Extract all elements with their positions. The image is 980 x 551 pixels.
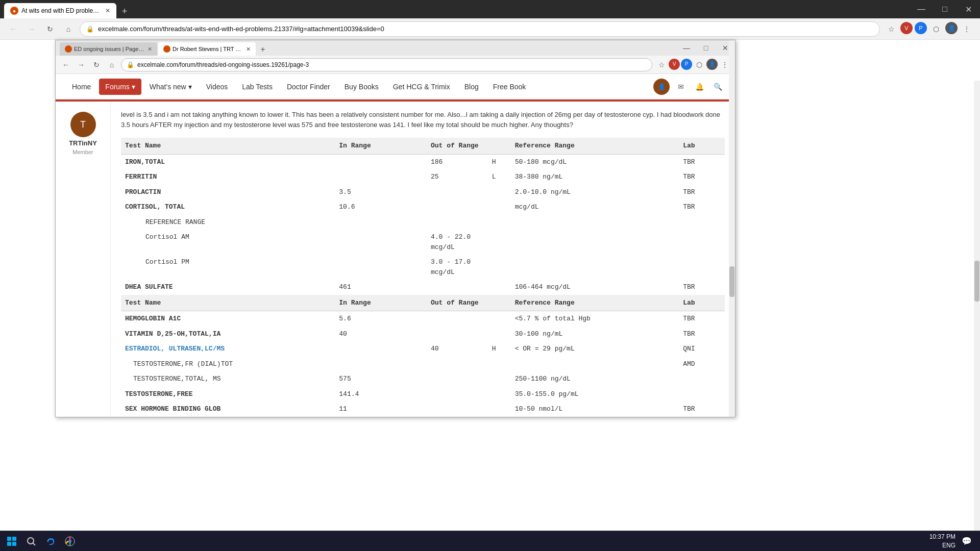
edge-taskbar-btn[interactable] (43, 534, 58, 549)
start-btn[interactable] (4, 534, 19, 549)
cell-in-range: 10.6 (335, 199, 427, 215)
inner-refresh-btn[interactable]: ↻ (90, 59, 103, 71)
maximize-btn[interactable]: □ (933, 0, 957, 18)
cell-out-range: 3.0 - 17.0 mcg/dL (427, 255, 488, 280)
new-tab-btn[interactable]: + (117, 4, 132, 18)
cell-out-range (427, 387, 488, 402)
inner-ext-3[interactable]: ⬡ (693, 59, 705, 71)
cell-test-name: IRON,TOTAL (121, 154, 335, 169)
nav-whats-new[interactable]: What's new ▾ (143, 79, 198, 95)
cell-lab: TBR (679, 311, 725, 327)
inner-forward-btn[interactable]: → (75, 59, 87, 71)
inner-address-bar[interactable]: 🔒 excelmale.com/forum/threads/ed-ongoing… (121, 58, 652, 71)
cell-lab (679, 387, 725, 402)
extension-btn-3[interactable]: ⬡ (929, 22, 943, 36)
inner-tab-close-1[interactable]: ✕ (148, 46, 152, 53)
home-btn[interactable]: ⌂ (61, 22, 76, 36)
cell-out-range: 186 (427, 154, 488, 169)
window-controls: — □ ✕ (910, 0, 980, 18)
nav-forums-label: Forums (105, 83, 129, 91)
svg-rect-3 (12, 542, 16, 546)
cell-test-name: TESTOSTERONE,FREE (121, 387, 335, 402)
address-text: excelmale.com/forum/threads/at-wits-end-… (98, 25, 873, 33)
inner-nav-bar: ← → ↻ ⌂ 🔒 excelmale.com/forum/threads/ed… (56, 56, 735, 74)
minimize-btn[interactable]: — (910, 0, 933, 18)
nav-doctor-finder[interactable]: Doctor Finder (281, 79, 336, 95)
search-taskbar-btn[interactable] (23, 534, 39, 549)
nav-videos[interactable]: Videos (200, 79, 234, 95)
inner-ext-1[interactable]: V (669, 59, 680, 70)
nav-home[interactable]: Home (66, 79, 97, 95)
inner-tab-close-2[interactable]: ✕ (246, 46, 251, 53)
intro-text: level is 3.5 and i am not taking anythin… (121, 110, 725, 130)
address-bar[interactable]: 🔒 excelmale.com/forum/threads/at-wits-en… (80, 21, 880, 37)
sidebar-role: Member (72, 149, 93, 155)
table-row: HEMOGLOBIN A1C 5.6 <5.7 % of total Hgb T… (121, 311, 725, 327)
inner-star-btn[interactable]: ☆ (655, 59, 668, 71)
lab-table-body: Test Name In Range Out of Range Referenc… (121, 138, 725, 417)
notification-icon[interactable]: 💬 (962, 536, 972, 546)
table-row: Cortisol PM 3.0 - 17.0 mcg/dL (121, 255, 725, 280)
svg-rect-1 (12, 537, 16, 541)
nav-free-book[interactable]: Free Book (487, 79, 532, 95)
outer-scrollbar[interactable] (974, 81, 980, 531)
user-avatar[interactable]: 👤 (653, 79, 670, 95)
cell-lab (679, 255, 725, 280)
cell-ref-range (511, 215, 679, 230)
sidebar: T TRTinNY Member (56, 102, 111, 417)
inner-back-btn[interactable]: ← (60, 59, 72, 71)
table-row: ESTRADIOL, ULTRASEN,LC/MS 40 H < OR = 29… (121, 341, 725, 357)
inner-minimize-btn[interactable]: — (677, 40, 696, 56)
nav-forums[interactable]: Forums ▾ (99, 79, 141, 95)
cell-ref-range: 250-1100 ng/dL (511, 371, 679, 387)
chrome-taskbar-btn[interactable] (62, 534, 78, 549)
close-btn[interactable]: ✕ (957, 0, 980, 18)
nav-buy-books[interactable]: Buy Books (338, 79, 385, 95)
inner-maximize-btn[interactable]: □ (696, 40, 716, 56)
mail-icon[interactable]: ✉ (674, 80, 688, 94)
tab-close-btn[interactable]: ✕ (105, 7, 110, 14)
star-btn[interactable]: ☆ (884, 22, 898, 36)
bell-icon[interactable]: 🔔 (692, 80, 706, 94)
nav-lab-tests[interactable]: Lab Tests (236, 79, 279, 95)
active-tab[interactable]: ● At wits end with ED problems | E... ✕ (4, 3, 116, 18)
forward-btn[interactable]: → (24, 22, 39, 36)
cell-lab: QNI (679, 341, 725, 357)
title-bar: ● At wits end with ED problems | E... ✕ … (0, 0, 980, 18)
site-nav-icons: 👤 ✉ 🔔 🔍 (653, 79, 725, 95)
back-btn[interactable]: ← (6, 22, 20, 36)
inner-tab-1[interactable]: ED ongoing issues | Page 3 | Exc... ✕ (60, 42, 157, 56)
table-row: TESTOSTERONE,TOTAL, MS 575 250-1100 ng/d… (121, 371, 725, 387)
inner-new-tab-btn[interactable]: + (257, 43, 269, 56)
menu-btn[interactable]: ⋮ (960, 22, 974, 36)
cell-out-range (427, 402, 488, 417)
svg-rect-2 (7, 542, 11, 546)
cell-test-name: REFERENCE RANGE (121, 215, 335, 230)
cell-test-name: TESTOSTERONE,TOTAL, MS (121, 371, 335, 387)
cell-ref-range: <5.7 % of total Hgb (511, 311, 679, 327)
nav-blog[interactable]: Blog (458, 79, 485, 95)
cell-lab (679, 371, 725, 387)
inner-tab-favicon-1 (65, 45, 72, 53)
extension-btn-2[interactable]: P (915, 22, 927, 34)
inner-scrollbar[interactable] (729, 102, 735, 417)
inner-home-btn[interactable]: ⌂ (106, 59, 118, 71)
cell-out-range: 4.0 - 22.0 mcg/dL (427, 230, 488, 255)
cell-out-range (427, 215, 488, 230)
cell-in-range: 5.6 (335, 311, 427, 327)
cell-in-range (335, 154, 427, 169)
profile-icon[interactable]: 👤 (945, 22, 958, 34)
cell-ref-range: < OR = 29 pg/mL (511, 341, 679, 357)
refresh-btn[interactable]: ↻ (43, 22, 57, 36)
inner-profile-icon[interactable]: 👤 (706, 59, 718, 70)
svg-rect-0 (7, 537, 11, 541)
search-icon[interactable]: 🔍 (710, 80, 725, 94)
inner-ext-2[interactable]: P (681, 59, 692, 70)
inner-title-bar: ED ongoing issues | Page 3 | Exc... ✕ Dr… (56, 40, 735, 56)
cell-lab: TBR (679, 154, 725, 169)
extension-btn-1[interactable]: V (900, 22, 913, 34)
cell-lab (679, 230, 725, 255)
inner-tab-2[interactable]: Dr Robert Stevens | TRT Doctor U... ✕ (158, 42, 256, 56)
nav-hcg[interactable]: Get HCG & Trimix (387, 79, 456, 95)
taskbar-right: 10:37 PM ENG 💬 (921, 531, 980, 551)
